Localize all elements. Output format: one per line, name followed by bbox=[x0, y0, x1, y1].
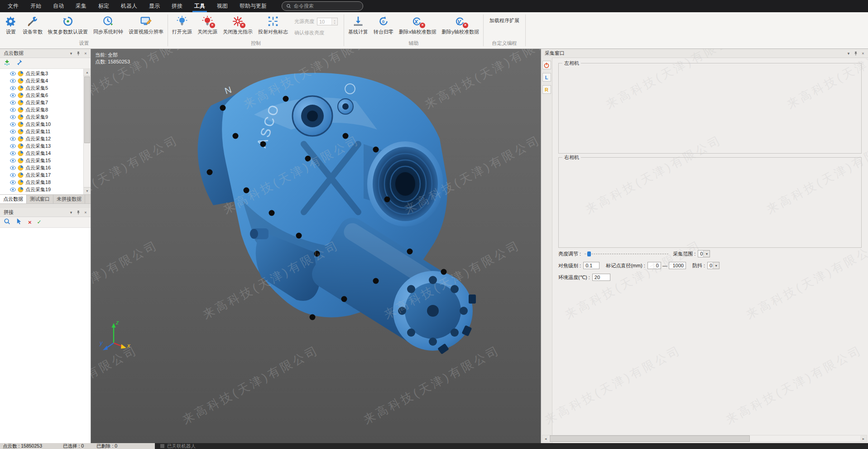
light-brightness-spinner[interactable]: 10 ▴▾ bbox=[317, 18, 338, 25]
confirm-icon[interactable]: ✓ bbox=[37, 219, 42, 225]
tree-scrollbar[interactable]: ▲ ▼ bbox=[83, 69, 91, 194]
marker-min-input[interactable]: 0 bbox=[647, 262, 661, 269]
menu-item[interactable]: 拼接 bbox=[166, 0, 188, 12]
power-icon[interactable] bbox=[542, 61, 551, 69]
settings-button[interactable]: 设置 bbox=[2, 14, 20, 37]
tree-item[interactable]: 点云采集15 bbox=[0, 157, 84, 164]
scrollbar-thumb[interactable] bbox=[550, 435, 750, 442]
eye-icon[interactable] bbox=[10, 158, 16, 164]
tree-item[interactable]: 点云采集18 bbox=[0, 179, 84, 186]
chevron-down-icon[interactable]: ▾ bbox=[67, 209, 75, 216]
menu-item[interactable]: 帮助与更新 bbox=[234, 0, 273, 12]
menu-item[interactable]: 文件 bbox=[2, 0, 24, 12]
eye-icon[interactable] bbox=[10, 172, 16, 178]
brightness-slider[interactable] bbox=[585, 251, 668, 256]
left-camera-icon[interactable]: L bbox=[542, 73, 551, 82]
panel-tab[interactable]: 未拼接数据 bbox=[53, 195, 85, 203]
stabilization-select[interactable]: 0 ▼ bbox=[707, 262, 719, 269]
menu-item[interactable]: 采集 bbox=[70, 0, 92, 12]
eye-icon[interactable] bbox=[10, 165, 16, 171]
delete-x-calibration-button[interactable]: x × 删除x轴校准数据 bbox=[396, 14, 439, 37]
eye-icon[interactable] bbox=[10, 71, 16, 77]
marker-max-input[interactable]: 1000 bbox=[669, 262, 686, 269]
device-constants-button[interactable]: 设备常数 bbox=[20, 14, 45, 37]
eye-icon[interactable] bbox=[10, 85, 16, 91]
panel-splitter[interactable] bbox=[0, 204, 91, 208]
scroll-right-icon[interactable]: ► bbox=[860, 435, 867, 442]
pin-marker-icon[interactable] bbox=[16, 59, 23, 68]
tree-item[interactable]: 点云采集6 bbox=[0, 92, 84, 99]
eye-icon[interactable] bbox=[10, 136, 16, 142]
confirm-brightness-button[interactable]: 确认修改亮度 bbox=[294, 29, 324, 36]
ambient-temp-input[interactable]: 20 bbox=[592, 274, 610, 281]
focus-level-input[interactable]: 0.1 bbox=[583, 262, 599, 269]
eye-icon[interactable] bbox=[10, 100, 16, 106]
turntable-zero-button[interactable]: 0 转台归零 bbox=[371, 14, 396, 37]
eye-icon[interactable] bbox=[10, 107, 16, 113]
command-search-input[interactable]: 命令搜索 bbox=[282, 1, 363, 11]
spinner-arrows-icon[interactable]: ▴▾ bbox=[331, 18, 337, 25]
capture-range-select[interactable]: 0 ▼ bbox=[698, 250, 710, 257]
slider-thumb[interactable] bbox=[587, 251, 591, 256]
close-icon[interactable]: × bbox=[82, 50, 89, 57]
viewport-3d[interactable]: 当前: 全部 点数: 15850253 bbox=[91, 49, 541, 443]
panel-tab[interactable]: 点云数据 bbox=[0, 195, 27, 203]
add-pointcloud-icon[interactable] bbox=[4, 59, 10, 68]
pin-icon[interactable] bbox=[75, 50, 82, 57]
pin-icon[interactable] bbox=[75, 209, 82, 216]
chevron-down-icon[interactable]: ▾ bbox=[845, 50, 852, 57]
tree-item[interactable]: 点云采集17 bbox=[0, 171, 84, 179]
close-icon[interactable]: × bbox=[859, 50, 867, 57]
eye-icon[interactable] bbox=[10, 179, 16, 185]
menu-item[interactable]: 视图 bbox=[211, 0, 234, 12]
tree-item[interactable]: 点云采集10 bbox=[0, 121, 84, 128]
scroll-down-icon[interactable]: ▼ bbox=[84, 187, 91, 194]
eye-icon[interactable] bbox=[10, 187, 16, 193]
baseline-calc-button[interactable]: 基线计算 bbox=[345, 14, 371, 37]
pin-icon[interactable] bbox=[852, 50, 859, 57]
delete-y-calibration-button[interactable]: y × 删除y轴校准数据 bbox=[439, 14, 482, 37]
tree-item[interactable]: 点云采集13 bbox=[0, 142, 84, 150]
tree-item[interactable]: 点云采集19 bbox=[0, 186, 84, 193]
chevron-down-icon[interactable]: ▼ bbox=[703, 251, 710, 257]
light-on-button[interactable]: 打开光源 bbox=[169, 14, 195, 37]
tree-item[interactable]: 点云采集3 bbox=[0, 70, 84, 77]
tree-item[interactable]: 点云采集11 bbox=[0, 128, 84, 135]
menu-item[interactable]: 自动 bbox=[47, 0, 70, 12]
restore-defaults-button[interactable]: 恢复参数默认设置 bbox=[45, 14, 91, 37]
tree-item[interactable]: 点云采集14 bbox=[0, 150, 84, 157]
menu-item[interactable]: 工具 bbox=[188, 0, 211, 12]
scrollbar-thumb[interactable] bbox=[84, 77, 90, 143]
zoom-select-icon[interactable] bbox=[4, 218, 10, 227]
eye-icon[interactable] bbox=[10, 150, 16, 156]
chevron-down-icon[interactable]: ▼ bbox=[713, 262, 719, 269]
light-off-button[interactable]: × 关闭光源 bbox=[195, 14, 220, 37]
tree-item[interactable]: 点云采集9 bbox=[0, 113, 84, 121]
load-extension-button[interactable]: 加载程序扩展 bbox=[485, 14, 524, 24]
tree-item[interactable]: 点云采集7 bbox=[0, 99, 84, 106]
scroll-up-icon[interactable]: ▲ bbox=[84, 69, 91, 76]
eye-icon[interactable] bbox=[10, 129, 16, 135]
eye-icon[interactable] bbox=[10, 92, 16, 98]
menu-item[interactable]: 标定 bbox=[92, 0, 115, 12]
tree-item[interactable]: 点云采集8 bbox=[0, 106, 84, 113]
capture-hscrollbar[interactable]: ◄ ► bbox=[542, 435, 867, 442]
right-camera-icon[interactable]: R bbox=[542, 85, 551, 94]
laser-off-button[interactable]: × 关闭激光指示 bbox=[220, 14, 255, 37]
sync-clock-button[interactable]: 同步系统时钟 bbox=[91, 14, 126, 37]
tree-item[interactable]: 点云采集5 bbox=[0, 84, 84, 92]
scroll-left-icon[interactable]: ◄ bbox=[542, 435, 549, 442]
project-focus-button[interactable]: 投射对焦标志 bbox=[255, 14, 291, 37]
menu-item[interactable]: 机器人 bbox=[115, 0, 143, 12]
panel-tab[interactable]: 测试窗口 bbox=[27, 195, 53, 203]
video-resolution-button[interactable]: 设置视频分辨率 bbox=[126, 14, 166, 37]
chevron-down-icon[interactable]: ▾ bbox=[67, 50, 75, 57]
tree-item[interactable]: 点云采集16 bbox=[0, 164, 84, 171]
eye-icon[interactable] bbox=[10, 78, 16, 84]
eye-icon[interactable] bbox=[10, 121, 16, 127]
menu-item[interactable]: 显示 bbox=[143, 0, 166, 12]
stitch-content-area[interactable] bbox=[0, 228, 91, 443]
menu-item[interactable]: 开始 bbox=[24, 0, 47, 12]
tree-item[interactable]: 点云采集4 bbox=[0, 77, 84, 84]
eye-icon[interactable] bbox=[10, 114, 16, 120]
